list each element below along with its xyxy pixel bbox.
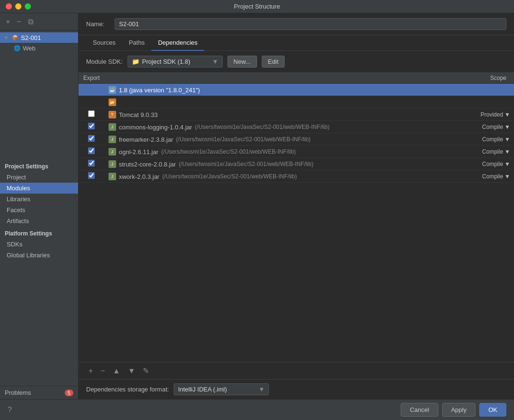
export-cell — [79, 170, 105, 183]
minimize-button[interactable] — [15, 3, 21, 10]
export-checkbox[interactable] — [88, 123, 95, 129]
sidebar-item-global-libraries[interactable]: Global Libraries — [0, 250, 78, 261]
scope-cell — [477, 96, 514, 108]
export-cell — [79, 108, 105, 121]
dep-name-cell: Jxwork-2.0.3.jar (/Users/twosmi1e/JavaSe… — [105, 170, 477, 183]
table-row[interactable]: Jcommons-logging-1.0.4.jar (/Users/twosm… — [79, 121, 514, 133]
problems-section[interactable]: Problems 5 — [0, 386, 78, 399]
dep-icon: Jxwork-2.0.3.jar (/Users/twosmi1e/JavaSe… — [109, 173, 297, 180]
export-checkbox[interactable] — [88, 147, 95, 154]
ok-button[interactable]: OK — [479, 403, 506, 417]
scope-cell: Compile ▼ — [477, 146, 514, 158]
col-scope: Scope — [477, 73, 514, 84]
remove-module-button[interactable]: − — [15, 17, 23, 27]
bottom-actions: Cancel Apply OK — [401, 403, 506, 417]
maximize-button[interactable] — [25, 3, 31, 10]
table-row[interactable]: Jstruts2-core-2.0.8.jar (/Users/twosmi1e… — [79, 158, 514, 170]
export-cell — [79, 121, 105, 133]
scope-cell: Compile ▼ — [477, 133, 514, 146]
table-row[interactable]: 📂 — [79, 96, 514, 108]
project-settings-header: Project Settings — [0, 159, 78, 172]
scope-dropdown[interactable]: Provided ▼ — [481, 111, 510, 118]
sidebar-toolbar: + − ⧉ — [0, 13, 78, 30]
scope-dropdown[interactable]: Compile ▼ — [482, 161, 510, 167]
dep-name-cell: Jstruts2-core-2.0.8.jar (/Users/twosmi1e… — [105, 158, 477, 170]
module-tree: ▼ 📦 S2-001 🌐 Web — [0, 30, 78, 159]
scope-dropdown[interactable]: Compile ▼ — [482, 136, 510, 143]
col-name — [105, 73, 477, 84]
storage-dropdown-arrow: ▼ — [258, 386, 265, 393]
add-dep-button[interactable]: + — [86, 366, 95, 376]
dep-name-cell: ☕ 1.8 (java version "1.8.0_241") — [105, 84, 477, 96]
dep-name-cell: Jfreemarker-2.3.8.jar (/Users/twosmi1e/J… — [105, 133, 477, 146]
dep-icon: Jognl-2.6.11.jar (/Users/twosmi1e/JavaSe… — [109, 148, 296, 156]
table-row[interactable]: ☕ 1.8 (java version "1.8.0_241") — [79, 84, 514, 96]
platform-settings-header: Platform Settings — [0, 226, 78, 239]
dep-name-text: 1.8 (java version "1.8.0_241") — [119, 87, 200, 94]
name-label: Name: — [86, 20, 110, 28]
jar-icon: J — [109, 173, 116, 180]
scope-cell — [477, 84, 514, 96]
sdk-row: Module SDK: 📁 Project SDK (1.8) ▼ New...… — [79, 51, 514, 73]
scope-dropdown[interactable]: Compile ▼ — [482, 148, 510, 155]
name-input[interactable] — [115, 18, 506, 30]
problems-label[interactable]: Problems — [5, 389, 31, 396]
dep-path-text: (/Users/twosmi1e/JavaSec/S2-001/web/WEB-… — [176, 136, 311, 143]
dep-name-text: struts2-core-2.0.8.jar — [119, 161, 176, 168]
dep-icon: ☕ 1.8 (java version "1.8.0_241") — [109, 86, 200, 94]
scope-cell: Compile ▼ — [477, 170, 514, 183]
sidebar-item-libraries[interactable]: Libraries — [0, 194, 78, 205]
scope-dropdown[interactable]: Compile ▼ — [482, 173, 510, 180]
scope-dropdown[interactable]: Compile ▼ — [482, 124, 510, 130]
close-button[interactable] — [6, 3, 12, 10]
export-checkbox[interactable] — [88, 110, 95, 117]
col-export: Export — [79, 73, 105, 84]
table-row[interactable]: Jfreemarker-2.3.8.jar (/Users/twosmi1e/J… — [79, 133, 514, 146]
apply-button[interactable]: Apply — [442, 403, 476, 417]
problems-badge: 5 — [65, 390, 73, 396]
dep-name-cell: 📂 — [105, 96, 477, 108]
jar-icon: J — [109, 148, 116, 156]
help-icon[interactable]: ? — [8, 406, 12, 414]
cancel-button[interactable]: Cancel — [401, 403, 438, 417]
dep-name-cell: Jognl-2.6.11.jar (/Users/twosmi1e/JavaSe… — [105, 146, 477, 158]
copy-module-button[interactable]: ⧉ — [26, 17, 35, 27]
scope-cell: Provided ▼ — [477, 108, 514, 121]
dep-name-cell: Jcommons-logging-1.0.4.jar (/Users/twosm… — [105, 121, 477, 133]
tree-item-web[interactable]: 🌐 Web — [0, 43, 78, 53]
scope-arrow: ▼ — [504, 124, 510, 130]
edit-dep-button[interactable]: ✎ — [140, 365, 151, 376]
export-checkbox[interactable] — [88, 172, 95, 179]
tab-sources[interactable]: Sources — [86, 35, 122, 51]
tab-dependencies[interactable]: Dependencies — [151, 35, 204, 51]
dep-name-cell: TTomcat 9.0.33 — [105, 108, 477, 121]
table-row[interactable]: TTomcat 9.0.33Provided ▼ — [79, 108, 514, 121]
tree-item-label: S2-001 — [21, 34, 41, 41]
sidebar-item-sdks[interactable]: SDKs — [0, 239, 78, 250]
add-module-button[interactable]: + — [4, 17, 12, 27]
table-row[interactable]: Jxwork-2.0.3.jar (/Users/twosmi1e/JavaSe… — [79, 170, 514, 183]
sidebar-item-project[interactable]: Project — [0, 172, 78, 183]
sidebar-item-modules[interactable]: Modules — [0, 183, 78, 194]
storage-select[interactable]: IntelliJ IDEA (.iml) ▼ — [174, 383, 269, 395]
main-layout: + − ⧉ ▼ 📦 S2-001 🌐 Web Project Settings … — [0, 13, 514, 399]
export-checkbox[interactable] — [88, 135, 95, 142]
sdk-label: Module SDK: — [86, 58, 123, 65]
move-down-button[interactable]: ▼ — [126, 366, 138, 376]
jar-icon: J — [109, 123, 116, 131]
window-controls[interactable] — [6, 3, 31, 10]
sdk-select[interactable]: 📁 Project SDK (1.8) ▼ — [128, 56, 223, 68]
move-up-button[interactable]: ▲ — [110, 366, 123, 376]
remove-dep-button[interactable]: − — [98, 366, 107, 376]
tree-item-s2-001[interactable]: ▼ 📦 S2-001 — [0, 32, 78, 43]
sdk-edit-button[interactable]: Edit — [262, 56, 285, 68]
sidebar-item-facets[interactable]: Facets — [0, 205, 78, 215]
export-checkbox[interactable] — [88, 160, 95, 166]
deps-table-container: Export Scope ☕ 1.8 (java version "1.8.0_… — [79, 73, 514, 362]
dep-icon: Jcommons-logging-1.0.4.jar (/Users/twosm… — [109, 123, 330, 131]
tabs-bar: Sources Paths Dependencies — [79, 35, 514, 51]
sdk-new-button[interactable]: New... — [227, 56, 257, 68]
tab-paths[interactable]: Paths — [122, 35, 151, 51]
sidebar-item-artifacts[interactable]: Artifacts — [0, 215, 78, 226]
table-row[interactable]: Jognl-2.6.11.jar (/Users/twosmi1e/JavaSe… — [79, 146, 514, 158]
